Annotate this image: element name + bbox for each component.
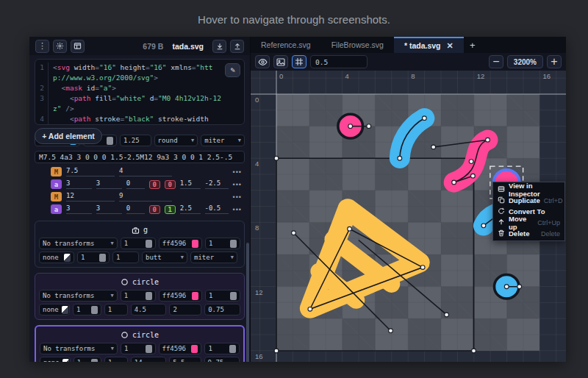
menu-item-delete[interactable]: DeleteDelete bbox=[493, 228, 564, 239]
g-input[interactable]: 1 bbox=[77, 252, 110, 263]
section-header[interactable]: g bbox=[39, 224, 240, 235]
stroke-select[interactable]: round▼ bbox=[154, 135, 198, 146]
command-value-input[interactable]: 0 bbox=[126, 179, 145, 189]
circle-input[interactable]: 1 bbox=[104, 304, 128, 315]
code-editor[interactable]: 1<svg width="16" height="16" xmlns="http… bbox=[35, 59, 245, 125]
color-swatch[interactable] bbox=[62, 359, 69, 363]
circle-input[interactable]: none bbox=[40, 357, 71, 362]
path-d-input[interactable]: M7.5 4a3 3 0 0 0 1.5-2.5M12 9a3 3 0 0 1 … bbox=[35, 151, 245, 163]
command-value-input[interactable]: 12 bbox=[66, 192, 115, 202]
g-input[interactable]: none bbox=[39, 252, 74, 263]
path-node-handle[interactable] bbox=[389, 329, 393, 333]
layout-panels-icon[interactable] bbox=[71, 40, 85, 53]
zoom-in-button[interactable]: + bbox=[547, 55, 562, 68]
download-icon[interactable] bbox=[212, 40, 226, 53]
path-node-handle[interactable] bbox=[348, 124, 353, 129]
command-value-input[interactable]: 0 bbox=[126, 204, 145, 214]
path-node-handle[interactable] bbox=[481, 224, 486, 228]
upload-icon[interactable] bbox=[230, 40, 244, 53]
section-header[interactable]: circle bbox=[39, 277, 240, 288]
circle-input[interactable]: 5.5 bbox=[169, 357, 201, 362]
path-node-handle[interactable] bbox=[469, 160, 473, 164]
gear-icon[interactable] bbox=[53, 40, 67, 53]
path-node-handle[interactable] bbox=[348, 227, 352, 231]
grid-snap-icon[interactable] bbox=[292, 55, 306, 68]
g-input[interactable]: 1 bbox=[121, 238, 156, 249]
g-select[interactable]: miter▼ bbox=[190, 252, 237, 263]
path-node-handle[interactable] bbox=[452, 180, 456, 185]
command-value-input[interactable]: 3 bbox=[66, 204, 92, 214]
g-input[interactable]: ff4596 bbox=[159, 238, 202, 249]
path-node-handle[interactable] bbox=[470, 174, 475, 178]
tab-filebrowsesvg[interactable]: FileBrowse.svg bbox=[321, 37, 394, 53]
command-value-input[interactable]: 9 bbox=[119, 192, 172, 202]
menu-item-view-in-inspector[interactable]: View in Inspector bbox=[493, 184, 564, 195]
circle-input[interactable]: 1 bbox=[121, 290, 156, 302]
eye-icon[interactable] bbox=[255, 55, 270, 68]
color-swatch[interactable] bbox=[91, 359, 98, 363]
circle-input[interactable]: 2 bbox=[169, 304, 201, 315]
path-node-handle[interactable] bbox=[398, 156, 402, 160]
command-value-input[interactable]: 3 bbox=[96, 204, 122, 214]
zoom-out-button[interactable]: − bbox=[489, 55, 503, 68]
command-value-input[interactable]: 4 bbox=[119, 167, 172, 176]
command-value-input[interactable]: -0.5 bbox=[205, 204, 229, 214]
path-node-handle[interactable] bbox=[517, 285, 522, 289]
circle-input[interactable]: none bbox=[39, 304, 70, 315]
command-value-input[interactable]: 1.5 bbox=[180, 179, 201, 189]
command-value-input[interactable]: 7.5 bbox=[66, 167, 115, 176]
color-swatch[interactable] bbox=[99, 254, 106, 262]
color-swatch[interactable] bbox=[91, 306, 98, 314]
g-select[interactable]: No transforms▼ bbox=[39, 238, 118, 249]
kebab-menu-icon[interactable]: ⋮ bbox=[35, 40, 49, 53]
circle-select[interactable]: No transforms▼ bbox=[39, 290, 118, 302]
command-value-input[interactable]: 3 bbox=[96, 179, 122, 189]
stroke-input[interactable]: 1.25 bbox=[120, 135, 151, 146]
path-node-handle[interactable] bbox=[504, 285, 509, 289]
circle-input[interactable]: 1 bbox=[121, 343, 156, 354]
path-node-handle[interactable] bbox=[472, 349, 476, 353]
circle-input[interactable]: 0.75 bbox=[204, 357, 240, 362]
path-node-handle[interactable] bbox=[308, 307, 312, 311]
stroke-select[interactable]: miter▼ bbox=[201, 135, 245, 146]
path-node-handle[interactable] bbox=[486, 138, 490, 142]
row-menu-button[interactable]: ••• bbox=[233, 181, 242, 188]
color-swatch[interactable] bbox=[191, 345, 198, 353]
command-value-input[interactable]: 3 bbox=[66, 179, 92, 189]
menu-item-move-up[interactable]: Move upCtrl+Up bbox=[493, 217, 564, 228]
path-node-handle[interactable] bbox=[445, 313, 449, 317]
circle-input[interactable]: 1 bbox=[104, 357, 128, 362]
g-select[interactable]: butt▼ bbox=[142, 252, 187, 263]
path-node-handle[interactable] bbox=[431, 145, 436, 149]
canvas-viewport[interactable]: 0481216 0481216 View in InspectorDuplica… bbox=[251, 71, 566, 362]
circle-input[interactable]: 1 bbox=[73, 304, 101, 315]
color-swatch[interactable] bbox=[229, 345, 236, 353]
color-swatch[interactable] bbox=[146, 345, 152, 353]
color-swatch[interactable] bbox=[146, 240, 152, 248]
arc-flag-toggle[interactable]: 0 bbox=[149, 205, 160, 214]
command-badge[interactable]: M bbox=[51, 167, 62, 176]
g-input[interactable]: 1 bbox=[205, 238, 240, 249]
color-swatch[interactable] bbox=[192, 240, 198, 248]
circle-input[interactable]: 14 bbox=[131, 357, 166, 362]
circle-input[interactable]: ff4596 bbox=[159, 290, 202, 302]
pencil-icon[interactable]: ✎ bbox=[225, 63, 240, 77]
circle-input[interactable]: 4.5 bbox=[131, 304, 167, 315]
row-menu-button[interactable]: ••• bbox=[233, 193, 242, 201]
command-value-input[interactable]: -2.5 bbox=[205, 179, 229, 189]
color-swatch[interactable] bbox=[230, 240, 237, 248]
color-swatch[interactable] bbox=[107, 137, 113, 145]
command-badge[interactable]: a bbox=[51, 179, 62, 189]
color-swatch[interactable] bbox=[64, 254, 71, 262]
command-value-input[interactable]: 2.5 bbox=[180, 204, 201, 214]
section-header[interactable]: circle bbox=[40, 329, 240, 340]
row-menu-button[interactable]: ••• bbox=[233, 206, 242, 213]
row-menu-button[interactable]: ••• bbox=[233, 168, 242, 176]
color-swatch[interactable] bbox=[230, 292, 237, 300]
add-element-button[interactable]: + Add element bbox=[35, 128, 102, 144]
left-scrollbar[interactable] bbox=[246, 243, 249, 362]
new-tab-button[interactable]: + bbox=[464, 37, 481, 53]
path-node-handle[interactable] bbox=[274, 156, 279, 160]
circle-select[interactable]: No transforms▼ bbox=[40, 343, 118, 354]
path-node-handle[interactable] bbox=[422, 116, 426, 121]
